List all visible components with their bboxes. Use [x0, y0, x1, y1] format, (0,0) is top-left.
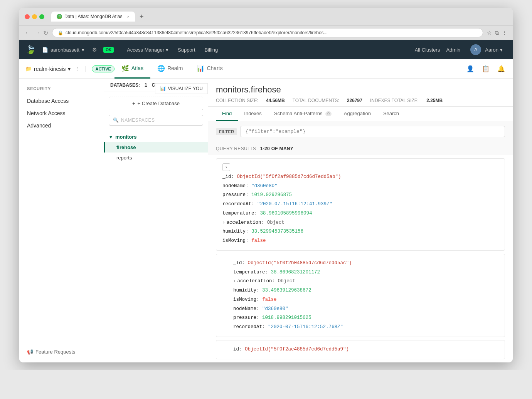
extensions-icon[interactable]: ⧉ [495, 30, 499, 36]
access-manager-chevron-icon: ▾ [166, 47, 168, 53]
visualize-label: VISUALIZE YOU [168, 86, 203, 91]
access-manager-label: Access Manager [127, 47, 164, 53]
collection-firehose-label: firehose [116, 144, 136, 150]
main-content: SECURITY Database Access Network Access … [19, 79, 513, 362]
databases-label: DATABASES: [110, 82, 140, 88]
create-database-button[interactable]: + + Create Database [109, 97, 203, 110]
doc-1-field-ismoving: isMoving: false [222, 236, 498, 246]
realm-tab-label: Realm [167, 65, 183, 71]
maximize-button[interactable] [39, 14, 44, 19]
sidebar-item-database-access[interactable]: Database Access [19, 95, 104, 107]
tab-charts[interactable]: 📊 Charts [190, 59, 229, 79]
all-clusters-link[interactable]: All Clusters [415, 47, 440, 53]
top-nav-right: All Clusters Admin A Aaron ▾ [415, 43, 507, 57]
filter-input-wrapper[interactable]: {"filter":"example"} [240, 126, 505, 137]
user-name: Aaron [485, 47, 498, 53]
support-label: Support [178, 47, 195, 53]
back-button[interactable]: ← [25, 29, 31, 37]
filter-badge: FILTER [216, 128, 237, 135]
filter-bar: FILTER {"filter":"example"} [208, 121, 513, 142]
user-chevron-icon: ▾ [500, 47, 503, 53]
namespace-search[interactable]: 🔍 NAMESPACES [109, 115, 203, 126]
new-tab-button[interactable]: + [136, 13, 147, 21]
doc-2-field-id: _id: ObjectId("5f0f2b04885d7cd6d7edd5ac"… [233, 259, 498, 268]
feature-requests[interactable]: 📢 Feature Requests [27, 349, 75, 355]
user-menu[interactable]: A Aaron ▾ [466, 43, 507, 57]
access-manager-link[interactable]: Access Manager ▾ [123, 45, 172, 54]
address-input[interactable]: 🔒 cloud.mongodb.com/v2/5f0ca544a348c8411… [52, 28, 483, 37]
doc-1-field-humidity: humidity: 33.529945373535156 [222, 227, 498, 236]
advanced-label: Advanced [27, 122, 51, 129]
filter-input-row: FILTER {"filter":"example"} [216, 126, 505, 137]
visualize-button[interactable]: 📊 VISUALIZE YOU [155, 83, 208, 94]
collection-reports-label: reports [116, 155, 132, 161]
create-db-plus-icon: + [132, 101, 135, 106]
tab-realm[interactable]: 🌐 Realm [150, 59, 190, 79]
doc-2-field-acceleration: ›acceleration: Object [233, 277, 498, 286]
tab-indexes[interactable]: Indexes [238, 107, 268, 121]
bookmark-icon[interactable]: ☆ [487, 30, 492, 36]
tab-close-icon[interactable]: × [127, 14, 130, 19]
org-chevron-icon: ▾ [82, 47, 84, 53]
tab-find[interactable]: Find [216, 107, 238, 121]
project-nav-right: 👤 📋 🔔 [465, 64, 507, 74]
project-more-icon[interactable]: ⋮ [75, 66, 81, 72]
tab-aggregation[interactable]: Aggregation [338, 107, 377, 121]
doc-2-field-humidity: humidity: 33.49639129638672 [233, 286, 498, 295]
tab-schema-anti-patterns[interactable]: Schema Anti-Patterns 0 [268, 107, 338, 121]
org-name: aaronbassett [51, 47, 79, 53]
refresh-button[interactable]: ↻ [43, 29, 48, 37]
mongodb-logo: 🍃 [25, 45, 36, 55]
namespace-search-placeholder: NAMESPACES [121, 117, 155, 123]
support-link[interactable]: Support [174, 45, 199, 54]
sidebar-item-network-access[interactable]: Network Access [19, 107, 104, 119]
doc-2-fields: _id: ObjectId("5f0f2b04885d7cd6d7edd5ac"… [233, 259, 498, 332]
lock-icon: 🔒 [58, 30, 63, 35]
atlas-icon: 🌿 [121, 65, 129, 72]
search-icon: 🔍 [113, 117, 119, 123]
realm-icon: 🌐 [157, 65, 165, 72]
admin-link[interactable]: Admin [446, 47, 460, 53]
billing-link[interactable]: Billing [201, 45, 222, 54]
schema-badge: 0 [325, 111, 332, 116]
active-tab[interactable]: 🍃 Data | Atlas: MongoDB Atlas × [51, 12, 135, 22]
indexes-size-value: 2.25MB [426, 98, 443, 103]
menu-icon[interactable]: ⋮ [502, 30, 507, 36]
collection-reports[interactable]: reports [104, 153, 208, 163]
forward-button[interactable]: → [34, 29, 40, 37]
org-selector[interactable]: 📄 aaronbassett ▾ [42, 47, 84, 53]
minimize-button[interactable] [32, 14, 37, 19]
project-chevron-icon: ▾ [68, 66, 71, 72]
doc-2-field-pressure: pressure: 1018.998291015625 [233, 314, 498, 323]
query-results-header: QUERY RESULTS 1-20 OF MANY [208, 142, 513, 155]
db-panel: DATABASES: 1 COLLECTIONS: 2 📊 VISUALIZE … [104, 79, 208, 362]
document-card-1: › _id: ObjectId("5f0f2af9885d7cd6d7edd5a… [216, 158, 505, 251]
tab-title: Data | Atlas: MongoDB Atlas [64, 14, 123, 19]
person-search-icon[interactable]: 👤 [465, 64, 476, 74]
doc-1-field-id: _id: ObjectId("5f0f2af9885d7cd6d7edd5ab"… [222, 173, 498, 182]
sidebar-item-advanced[interactable]: Advanced [19, 119, 104, 132]
aggregation-tab-label: Aggregation [344, 111, 371, 116]
collection-firehose[interactable]: firehose [104, 142, 208, 153]
network-access-label: Network Access [27, 110, 66, 116]
doc-tabs: Find Indexes Schema Anti-Patterns 0 Aggr… [208, 107, 513, 121]
doc-expand-button-1[interactable]: › [222, 163, 230, 171]
doc-1-field-temperature: temperature: 38.960105895996094 [222, 209, 498, 218]
tab-search[interactable]: Search [377, 107, 405, 121]
ok-badge: OK [103, 47, 114, 53]
create-db-label: + Create Database [138, 101, 180, 106]
close-button[interactable] [25, 14, 30, 19]
settings-icon[interactable]: ⚙ [92, 47, 97, 53]
search-tab-label: Search [383, 111, 399, 116]
total-docs-label: TOTAL DOCUMENTS: [293, 98, 339, 103]
collection-meta: COLLECTION SIZE: 44.56MB TOTAL DOCUMENTS… [216, 98, 505, 103]
db-header-row: DATABASES: 1 COLLECTIONS: 2 📊 VISUALIZE … [104, 79, 208, 92]
project-selector[interactable]: 📁 realm-kinesis ▾ ⋮ [25, 66, 86, 72]
bell-icon[interactable]: 🔔 [496, 64, 507, 74]
document-search-icon[interactable]: 📋 [480, 64, 491, 74]
doc-1-field-acceleration: ›acceleration: Object [222, 218, 498, 228]
project-folder-icon: 📁 [25, 66, 32, 72]
tab-atlas[interactable]: 🌿 Atlas [114, 59, 150, 79]
indexes-tab-label: Indexes [244, 111, 262, 116]
database-monitors[interactable]: ▼ monitors [104, 132, 208, 142]
